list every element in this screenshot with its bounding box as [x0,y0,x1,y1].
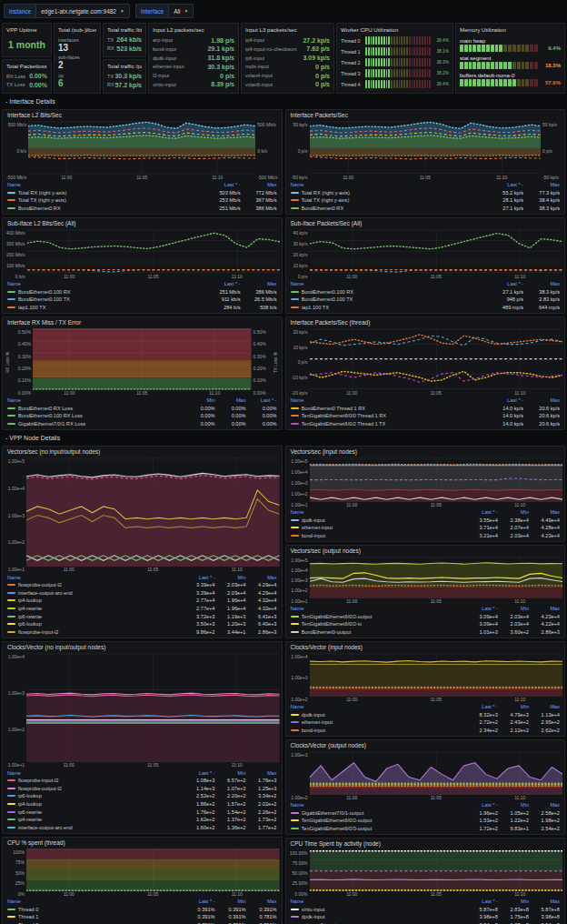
legend-series-name[interactable]: virtio-input [302,907,468,912]
legend-series-name[interactable]: flowprobe-output-l2 [18,786,184,791]
legend-header-name[interactable]: Name [7,397,184,403]
legend-header-name[interactable]: Name [7,899,184,904]
legend-header-col[interactable]: Last * - [184,575,215,580]
legend-header-col[interactable]: Max [523,397,560,403]
legend-series-name[interactable]: GigabitEthernet7/0/1 RX Loss [18,421,184,427]
panel-title[interactable]: Sub-iface L2 Bits/Sec (All) [3,218,282,228]
panel-title[interactable]: Vectors/sec (output nodes) [286,546,565,556]
section-vpp-node-details[interactable]: - VPP Node Details [2,433,565,443]
legend-header-name[interactable]: Name [7,575,184,580]
legend-series-name[interactable]: ethernet-input [302,525,468,530]
legend-series-name[interactable]: dpdk-input [302,517,468,523]
legend-header-col[interactable]: Min [498,704,529,709]
legend-header-col[interactable]: Max [523,281,560,286]
legend-header-col[interactable]: Last * - [184,899,215,904]
legend-header-col[interactable]: Min [215,899,246,904]
legend-header-col[interactable]: Last * - [467,899,498,904]
legend-series-name[interactable]: flowprobe-input-l2 [18,629,184,635]
legend-header-col[interactable]: Min [498,899,529,904]
legend-header-name[interactable]: Name [291,182,488,187]
legend-series-name[interactable]: tap1.100 TX [302,305,488,310]
panel-title[interactable]: Total traffic /bit [107,26,142,33]
panel-title[interactable]: Interface Packets/Sec (thread) [286,317,565,327]
legend-series-name[interactable]: flowprobe-input-l2 [18,778,184,783]
legend-series-name[interactable]: ip6-rewrite [18,614,184,619]
legend-series-name[interactable]: dpdk-input [302,712,468,718]
panel-title[interactable]: VPP Uptime [6,26,47,33]
legend-header-col[interactable]: Last * - [487,182,523,187]
panel-title[interactable]: Total Packetloss [6,63,47,69]
legend-header-col[interactable]: Max [529,509,560,515]
legend-header-name[interactable]: Name [7,281,204,286]
legend-header-col[interactable]: Max [241,281,277,286]
legend-header-col[interactable]: Last * - [184,770,215,776]
panel-title[interactable]: Clocks/Vector (no input/output nodes) [3,642,282,652]
legend-header-col[interactable]: Min [498,606,529,611]
legend-header-col[interactable]: Last * - [204,182,241,187]
legend-series-name[interactable]: Total RX (right y-axis) [18,190,204,196]
legend-header-col[interactable]: Last * - [487,281,523,286]
legend-header-col[interactable]: Last * - [467,802,498,808]
legend-header-col[interactable]: Last * - [204,281,241,286]
legend-header-col[interactable]: Last * - [467,509,498,515]
panel-title[interactable]: Vectors/sec (no input/output nodes) [3,447,282,457]
panel-title[interactable]: Total traffic /pa [107,63,142,69]
panel-title[interactable]: Interface RX Miss / TX Error [3,317,282,327]
panel-title[interactable]: Vectors/sec (input nodes) [286,447,565,457]
interface-select[interactable]: All ▼ [168,4,194,18]
panel-title[interactable]: Interface L2 Bits/Sec [3,110,282,120]
panel-title[interactable]: Memory Utilization [460,26,561,33]
legend-header-col[interactable]: Max [523,182,560,187]
legend-series-name[interactable]: ip6-rewrite [18,809,184,815]
legend-series-name[interactable]: BondEthernet0 Thread 1 RX [302,406,488,411]
legend-series-name[interactable]: TenGigabitEthernet6/0/2-output [302,818,468,823]
legend-header-col[interactable]: Min [215,770,246,776]
legend-series-name[interactable]: ip4-rewrite [18,817,184,822]
legend-series-name[interactable]: TenGigabitEthernet6/0/0 Thread 1 RX [302,413,488,418]
legend-series-name[interactable]: interface-output-arc-end [18,825,184,830]
legend-series-name[interactable]: TenGigabitEthernet6/0/2 Thread 1 TX [302,421,488,427]
legend-series-name[interactable]: TenGigabitEthernet6/0/2-output [302,614,468,619]
legend-series-name[interactable]: flowprobe-output-l2 [18,582,184,588]
legend-header-col[interactable]: Max [529,899,560,904]
legend-series-name[interactable]: BondEthernet0.100 RX [302,289,488,295]
legend-series-name[interactable]: interface-output-arc-end [18,590,184,596]
legend-header-col[interactable]: Max [246,575,277,580]
legend-header-col[interactable]: Last * - [467,704,498,709]
legend-header-col[interactable]: Max [246,899,277,904]
legend-header-name[interactable]: Name [291,397,488,403]
legend-series-name[interactable]: Total RX (right y-axis) [302,190,488,196]
legend-header-col[interactable]: Max [529,606,560,611]
legend-series-name[interactable]: GigabitEthernet7/0/1-output [302,810,468,816]
legend-header-name[interactable]: Name [291,509,468,515]
legend-header-name[interactable]: Name [291,899,468,904]
legend-header-name[interactable]: Name [7,182,204,187]
legend-series-name[interactable]: Total TX (right y-axis) [18,197,204,203]
legend-series-name[interactable]: ip6-lookup [18,621,184,627]
legend-header-col[interactable]: Max [529,802,560,808]
legend-header-name[interactable]: Name [291,606,468,611]
legend-header-col[interactable]: Last * - [487,397,523,403]
legend-series-name[interactable]: BondEthernet0-output [302,629,468,635]
legend-header-name[interactable]: Name [7,770,184,776]
legend-series-name[interactable]: TenGigabitEthernet6/0/3-output [302,826,468,831]
panel-title[interactable]: Worker CPU Utilization [341,26,449,33]
legend-series-name[interactable]: TenGigabitEthernet6/0/2-tx [302,621,468,627]
legend-header-col[interactable]: Max [215,397,246,403]
panel-title[interactable]: Sub-iface Packets/Sec (All) [286,218,565,228]
legend-header-col[interactable]: Min [184,397,215,403]
legend-header-col[interactable]: Min [498,802,529,808]
legend-series-name[interactable]: BondEthernet0.100 RX [18,289,204,295]
panel-title[interactable]: Input L2 packets/sec [153,26,234,33]
legend-header-col[interactable]: Max [529,704,560,709]
panel-title[interactable]: Total (sub-)ifces [58,26,96,33]
legend-series-name[interactable]: BondEthernet0 RX [18,206,204,211]
legend-header-name[interactable]: Name [291,802,468,808]
legend-header-name[interactable]: Name [291,704,468,709]
legend-series-name[interactable]: ip4-rewrite [18,606,184,611]
legend-series-name[interactable]: bond-input [302,533,468,538]
legend-series-name[interactable]: ip4-lookup [18,801,184,807]
legend-series-name[interactable]: Thread 0 [18,907,184,912]
panel-title[interactable]: CPU % spent (thread) [3,838,282,848]
legend-header-col[interactable]: Last * - [467,606,498,611]
